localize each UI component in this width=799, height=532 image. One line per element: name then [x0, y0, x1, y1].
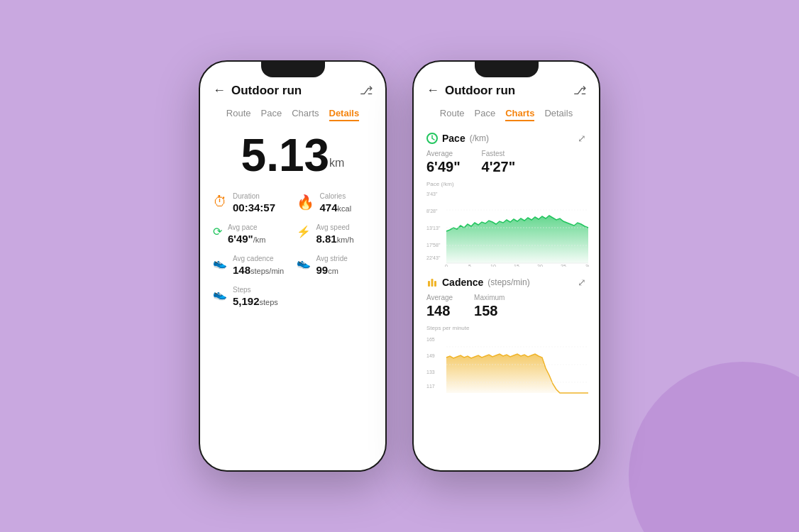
back-button[interactable]: ← — [213, 83, 226, 98]
cadence-average-label: Average — [426, 294, 453, 301]
timer-icon: ⏱ — [213, 194, 227, 210]
cadence-chart-icon — [426, 277, 438, 288]
avg-stride-value: 99cm — [316, 264, 348, 276]
calories-icon: 🔥 — [297, 194, 314, 211]
background-circle — [629, 362, 799, 532]
tab-charts-left[interactable]: Charts — [292, 108, 319, 121]
speed-icon: ⚡ — [297, 225, 311, 238]
stat-avg-stride: 👟 Avg stride 99cm — [297, 255, 373, 276]
avg-pace-value: 6'49"/km — [228, 233, 265, 245]
tab-bar-right: Route Pace Charts Details — [426, 108, 586, 121]
page-title: Outdoor run — [231, 84, 302, 98]
svg-text:133: 133 — [426, 370, 435, 375]
pace-chart-header: Pace (/km) ⤢ — [426, 133, 586, 144]
tab-bar-left: Route Pace Charts Details — [213, 108, 373, 121]
svg-rect-18 — [428, 281, 430, 287]
tab-details-right[interactable]: Details — [544, 108, 573, 121]
avg-cadence-value: 148steps/min — [233, 264, 284, 276]
share-icon[interactable]: ⎇ — [360, 84, 373, 97]
cadence-maximum-value: 158 — [474, 303, 505, 319]
cadence-chart-header: Cadence (steps/min) ⤢ — [426, 277, 586, 288]
pace-y-axis-label: Pace (/km) — [426, 181, 586, 187]
svg-text:30: 30 — [585, 264, 589, 267]
pace-chart-stats: Average 6'49" Fastest 4'27" — [426, 150, 586, 175]
pace-chart-title: Pace — [442, 133, 465, 144]
pace-title-row: Pace (/km) — [426, 133, 489, 144]
cadence-title-row: Cadence (steps/min) — [426, 277, 530, 288]
calories-label: Calories — [320, 192, 352, 200]
stats-grid: ⏱ Duration 00:34:57 🔥 Calories 474kcal — [213, 192, 373, 307]
distance-unit: km — [329, 157, 344, 169]
pace-chart-unit: (/km) — [470, 133, 489, 143]
tab-details-left[interactable]: Details — [329, 108, 360, 121]
tab-pace-right[interactable]: Pace — [475, 108, 496, 121]
pace-fastest-label: Fastest — [482, 150, 516, 157]
svg-text:13'13": 13'13" — [426, 226, 441, 231]
share-icon-right[interactable]: ⎇ — [573, 84, 586, 97]
tab-route-right[interactable]: Route — [440, 108, 465, 121]
svg-text:3'43": 3'43" — [426, 192, 438, 196]
notch-left — [261, 62, 325, 77]
calories-value: 474kcal — [320, 201, 352, 214]
cadence-y-axis-label: Steps per minute — [426, 325, 586, 331]
svg-text:8'28": 8'28" — [426, 209, 438, 214]
avg-stride-label: Avg stride — [316, 255, 348, 262]
svg-text:149: 149 — [426, 353, 435, 358]
tab-pace-left[interactable]: Pace — [261, 108, 282, 121]
cadence-chart-area: Steps per minute 165 149 133 117 — [426, 325, 586, 397]
avg-speed-label: Avg speed — [316, 223, 354, 231]
header-right-left: ← Outdoor run — [426, 83, 515, 98]
pace-chart-svg: 3'43" 8'28" 13'13" 17'58" 22'43" — [426, 189, 589, 267]
stride-icon: 👟 — [297, 256, 311, 270]
phone-right: ← Outdoor run ⎇ Route Pace Charts Detail… — [412, 60, 600, 472]
cadence-average-stat: Average 148 — [426, 294, 453, 319]
cadence-chart-section: Cadence (steps/min) ⤢ Average 148 Maximu… — [426, 277, 586, 397]
pace-chart-area: Pace (/km) 3'43" 8'28" 13'13" 17'58" 22'… — [426, 181, 586, 267]
steps-label: Steps — [233, 286, 278, 294]
phones-container: ← Outdoor run ⎇ Route Pace Charts Detail… — [199, 60, 600, 472]
avg-speed-value: 8.81km/h — [316, 233, 354, 245]
tab-charts-right[interactable]: Charts — [505, 108, 534, 121]
avg-pace-label: Avg pace — [228, 223, 265, 231]
pace-average-label: Average — [426, 150, 461, 157]
svg-text:15: 15 — [514, 264, 519, 267]
pace-expand-icon[interactable]: ⤢ — [578, 133, 586, 144]
pace-fastest-value: 4'27" — [482, 159, 516, 175]
steps-icon: 👟 — [213, 287, 227, 301]
page-title-right: Outdoor run — [445, 84, 515, 98]
duration-value: 00:34:57 — [233, 201, 275, 214]
cadence-chart-stats: Average 148 Maximum 158 — [426, 294, 586, 319]
cadence-icon-left: 👟 — [213, 256, 227, 270]
phone-left: ← Outdoor run ⎇ Route Pace Charts Detail… — [199, 60, 387, 472]
pace-average-stat: Average 6'49" — [426, 150, 461, 175]
svg-text:17'58": 17'58" — [426, 243, 441, 248]
back-button-right[interactable]: ← — [426, 83, 439, 98]
distance-value: 5.13 — [241, 130, 330, 181]
cadence-expand-icon[interactable]: ⤢ — [578, 277, 586, 288]
cadence-average-value: 148 — [426, 303, 453, 319]
header-left: ← Outdoor run — [213, 83, 302, 98]
pace-average-value: 6'49" — [426, 159, 461, 175]
cadence-chart-title: Cadence — [442, 277, 483, 288]
stat-avg-pace: ⟳ Avg pace 6'49"/km — [213, 223, 290, 245]
avg-cadence-label: Avg cadence — [233, 255, 284, 262]
phone-left-header: ← Outdoor run ⎇ — [213, 83, 373, 98]
svg-text:117: 117 — [426, 384, 435, 389]
tab-route-left[interactable]: Route — [226, 108, 251, 121]
svg-text:0: 0 — [445, 264, 448, 267]
cadence-maximum-label: Maximum — [474, 294, 505, 301]
svg-text:5: 5 — [468, 264, 471, 267]
cadence-chart-svg: 165 149 133 117 — [426, 333, 589, 397]
phone-right-header: ← Outdoor run ⎇ — [426, 83, 586, 98]
steps-value: 5,192steps — [233, 295, 278, 307]
stat-duration: ⏱ Duration 00:34:57 — [213, 192, 290, 214]
svg-text:25: 25 — [561, 264, 566, 267]
cadence-maximum-stat: Maximum 158 — [474, 294, 505, 319]
pace-fastest-stat: Fastest 4'27" — [482, 150, 516, 175]
svg-rect-19 — [431, 279, 434, 287]
stat-steps: 👟 Steps 5,192steps — [213, 286, 290, 307]
svg-text:20: 20 — [537, 264, 543, 267]
stat-avg-speed: ⚡ Avg speed 8.81km/h — [297, 223, 373, 245]
phone-left-content: ← Outdoor run ⎇ Route Pace Charts Detail… — [200, 62, 385, 470]
pace-chart-icon — [426, 133, 438, 144]
